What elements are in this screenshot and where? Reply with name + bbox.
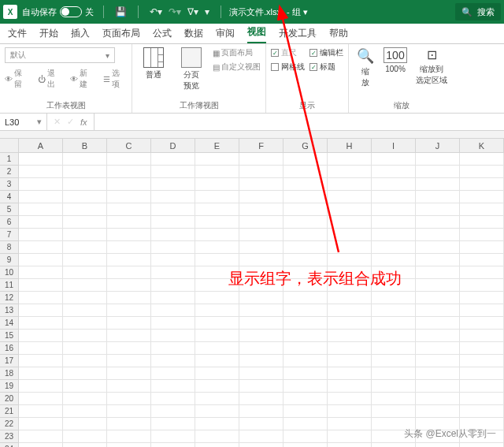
page-break-button[interactable]: 分页 预览 — [175, 47, 208, 91]
cell[interactable] — [284, 178, 328, 191]
cell[interactable] — [460, 241, 504, 254]
cell[interactable] — [107, 367, 151, 380]
cell[interactable] — [107, 304, 151, 317]
cell[interactable] — [372, 216, 416, 229]
cell[interactable] — [239, 393, 284, 405]
tab-插入[interactable]: 插入 — [71, 27, 90, 43]
cell[interactable] — [416, 393, 460, 405]
cell[interactable] — [460, 266, 504, 279]
cell[interactable] — [372, 304, 416, 317]
cell[interactable] — [328, 443, 372, 447]
cell[interactable] — [107, 153, 151, 166]
cell[interactable] — [416, 178, 460, 191]
cell[interactable] — [107, 443, 151, 447]
cell[interactable] — [151, 304, 195, 317]
cell[interactable] — [416, 254, 460, 266]
cell[interactable] — [151, 342, 195, 355]
cell[interactable] — [107, 166, 151, 178]
cell[interactable] — [239, 304, 284, 317]
tab-视图[interactable]: 视图 — [247, 25, 266, 43]
cell[interactable] — [460, 355, 504, 367]
cell[interactable] — [460, 292, 504, 304]
column-header[interactable]: A — [19, 139, 63, 153]
cell[interactable] — [284, 330, 328, 342]
cell[interactable] — [107, 266, 151, 279]
cell[interactable] — [195, 443, 239, 447]
tab-帮助[interactable]: 帮助 — [329, 27, 348, 43]
cell[interactable] — [372, 292, 416, 304]
cell[interactable] — [284, 418, 328, 430]
cell[interactable] — [239, 203, 284, 216]
cell[interactable] — [284, 229, 328, 241]
cell[interactable] — [151, 266, 195, 279]
row-header[interactable]: 18 — [0, 367, 19, 380]
cell[interactable] — [63, 229, 107, 241]
row-header[interactable]: 24 — [0, 443, 19, 447]
cell[interactable] — [372, 342, 416, 355]
cell[interactable] — [19, 241, 63, 254]
cell[interactable] — [195, 405, 239, 418]
cell[interactable] — [372, 380, 416, 393]
cell[interactable] — [328, 203, 372, 216]
cancel-icon[interactable]: ✕ — [54, 117, 61, 127]
cell[interactable] — [416, 342, 460, 355]
confirm-icon[interactable]: ✓ — [67, 117, 74, 127]
row-header[interactable]: 16 — [0, 342, 19, 355]
cell[interactable] — [239, 229, 284, 241]
cell[interactable] — [195, 355, 239, 367]
cell[interactable] — [460, 330, 504, 342]
cell[interactable] — [151, 191, 195, 203]
cell[interactable] — [107, 254, 151, 266]
cell[interactable] — [63, 405, 107, 418]
cell[interactable] — [151, 279, 195, 292]
cell[interactable] — [328, 367, 372, 380]
cell[interactable] — [19, 405, 63, 418]
cell[interactable] — [107, 393, 151, 405]
cell[interactable] — [239, 418, 284, 430]
filter-icon[interactable]: ∇▾ — [187, 6, 198, 17]
cell[interactable] — [284, 254, 328, 266]
cell[interactable] — [19, 191, 63, 203]
cell[interactable] — [328, 393, 372, 405]
cell[interactable] — [284, 342, 328, 355]
cell[interactable] — [63, 393, 107, 405]
cell[interactable] — [416, 241, 460, 254]
cell[interactable] — [372, 178, 416, 191]
qat-customize-icon[interactable]: ▾ — [205, 6, 209, 17]
row-header[interactable]: 3 — [0, 178, 19, 191]
cell[interactable] — [328, 191, 372, 203]
row-header[interactable]: 12 — [0, 292, 19, 304]
row-header[interactable]: 19 — [0, 380, 19, 393]
cell[interactable] — [239, 317, 284, 330]
cell[interactable] — [328, 254, 372, 266]
cell[interactable] — [151, 443, 195, 447]
column-header[interactable]: B — [63, 139, 107, 153]
formula-input[interactable] — [94, 114, 504, 130]
cell[interactable] — [239, 292, 284, 304]
cell[interactable] — [19, 380, 63, 393]
cell[interactable] — [239, 216, 284, 229]
cell[interactable] — [284, 380, 328, 393]
cell[interactable] — [107, 216, 151, 229]
cell[interactable] — [284, 367, 328, 380]
cell[interactable] — [372, 241, 416, 254]
cell[interactable] — [460, 229, 504, 241]
cell[interactable] — [239, 330, 284, 342]
cell[interactable] — [328, 304, 372, 317]
cell[interactable] — [239, 191, 284, 203]
cell[interactable] — [284, 153, 328, 166]
zoom-selection-button[interactable]: ⊡缩放到 选定区域 — [413, 47, 450, 86]
tab-公式[interactable]: 公式 — [153, 27, 172, 43]
cell[interactable] — [328, 430, 372, 443]
cell[interactable] — [151, 292, 195, 304]
column-header[interactable]: H — [328, 139, 372, 153]
zoom-button[interactable]: 🔍缩 放 — [354, 47, 377, 88]
cell[interactable] — [151, 393, 195, 405]
cell[interactable] — [19, 367, 63, 380]
cell[interactable] — [416, 317, 460, 330]
cell[interactable] — [239, 153, 284, 166]
cell[interactable] — [151, 166, 195, 178]
cell[interactable] — [107, 241, 151, 254]
cell[interactable] — [195, 241, 239, 254]
cell[interactable] — [151, 430, 195, 443]
